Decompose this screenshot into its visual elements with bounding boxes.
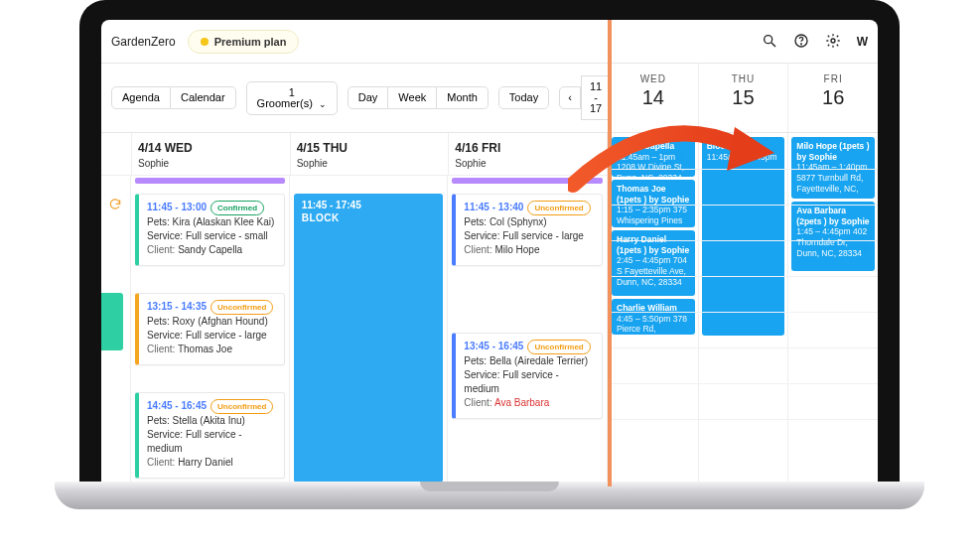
- day-col-fri: 11:45 - 13:40Unconfirmed Pets: Col (Sphy…: [448, 176, 607, 486]
- right-panel: Sandy Capella 11:45am – 1pm 1208 W Divin…: [608, 133, 878, 486]
- card-service: Service: Full service - small: [147, 229, 276, 243]
- event[interactable]: Ava Barbara (2pets ) by Sophie 1:45 – 4:…: [791, 202, 875, 271]
- card-client-lbl: Client:: [147, 244, 178, 255]
- right-grid: Sandy Capella 11:45am – 1pm 1208 W Divin…: [608, 133, 878, 486]
- right-day-headers: WED 14 THU 15 FRI 16: [608, 64, 878, 132]
- card-service: Service: Full service - medium: [464, 368, 594, 396]
- dow-label: FRI: [788, 73, 878, 84]
- groomer-select[interactable]: 1 Groomer(s)⌄: [246, 81, 338, 115]
- status-badge: Unconfirmed: [210, 300, 273, 315]
- card-pets: Pets: Stella (Akita Inu): [147, 414, 276, 428]
- range-month-button[interactable]: Month: [437, 86, 489, 109]
- status-badge: Unconfirmed: [527, 340, 590, 354]
- event-sub: 11:45am – 1pm 1208 W Divine St, Dunn, NC…: [617, 152, 690, 177]
- all-day-bar[interactable]: [452, 178, 603, 184]
- col-header: 4/16 FRI Sophie: [448, 133, 607, 175]
- card-client-lbl: Client:: [464, 397, 494, 408]
- search-icon[interactable]: [762, 33, 777, 51]
- appt-card[interactable]: 11:45 - 13:00Confirmed Pets: Kira (Alask…: [135, 194, 285, 266]
- laptop-base: [55, 482, 924, 509]
- left-panel: 4/14 WED Sophie 4/15 THU Sophie 4/16 FRI…: [101, 133, 608, 486]
- col-groomer: Sophie: [138, 158, 284, 169]
- event[interactable]: Sandy Capella 11:45am – 1pm 1208 W Divin…: [612, 137, 695, 177]
- refresh-icon[interactable]: [108, 198, 122, 213]
- card-time: 13:15 - 14:35: [147, 301, 207, 312]
- card-time: 11:45 - 13:00: [147, 202, 207, 212]
- all-day-bar[interactable]: [135, 178, 285, 184]
- app-screen: GardenZero Premium plan W Agenda Calenda…: [101, 20, 878, 486]
- card-client: Harry Daniel: [178, 457, 233, 468]
- svg-point-0: [764, 35, 771, 43]
- col-header: 4/14 WED Sophie: [131, 133, 290, 175]
- card-client: Sandy Capella: [178, 244, 242, 255]
- appt-card[interactable]: 13:15 - 14:35Unconfirmed Pets: Roxy (Afg…: [135, 293, 285, 365]
- today-button[interactable]: Today: [498, 86, 549, 109]
- event-title: Ava Barbara (2pets ) by Sophie: [796, 206, 870, 226]
- appt-card[interactable]: 14:45 - 16:45Unconfirmed Pets: Stella (A…: [135, 392, 285, 479]
- col-groomer: Sophie: [455, 158, 601, 169]
- view-calendar-button[interactable]: Calendar: [171, 86, 236, 109]
- left-body: 11:45 - 13:00Confirmed Pets: Kira (Alask…: [101, 176, 607, 486]
- event[interactable]: Thomas Joe (1pets ) by Sophie 1:15 – 2:3…: [612, 180, 695, 227]
- range-day-button[interactable]: Day: [348, 86, 389, 109]
- rcol-fri: Milo Hope (1pets ) by Sophie 11:45am – 1…: [787, 133, 878, 486]
- plan-dot-icon: [201, 38, 209, 46]
- gear-icon[interactable]: [825, 33, 841, 51]
- plan-label: Premium plan: [214, 36, 287, 48]
- card-client: Thomas Joe: [178, 344, 232, 354]
- block-event[interactable]: 11:45 - 17:45 BLOCK: [294, 194, 444, 483]
- view-agenda-button[interactable]: Agenda: [111, 86, 171, 109]
- event-sub: 1:15 – 2:35pm 375 Whispering Pines Dr, S…: [617, 205, 690, 227]
- card-pets: Pets: Roxy (Afghan Hound): [147, 315, 276, 329]
- date-range-label[interactable]: 11 - 17: [581, 75, 611, 120]
- rcol-thu: Block 11:45am – 5:45pm: [698, 133, 788, 486]
- help-icon[interactable]: [793, 33, 809, 51]
- event-title: Sandy Capella: [617, 141, 690, 152]
- card-client-lbl: Client:: [147, 457, 178, 468]
- dayhead-thu[interactable]: THU 15: [698, 64, 788, 132]
- card-pets: Pets: Kira (Alaskan Klee Kai): [147, 215, 276, 229]
- left-day-headers: 4/14 WED Sophie 4/15 THU Sophie 4/16 FRI…: [101, 133, 607, 176]
- plan-badge[interactable]: Premium plan: [188, 30, 300, 54]
- dow-label: WED: [609, 73, 698, 84]
- card-client-lbl: Client:: [464, 244, 494, 255]
- event-sub: 2:45 – 4:45pm 704 S Fayetteville Ave, Du…: [617, 255, 690, 287]
- calendar-toolbar: Agenda Calendar 1 Groomer(s)⌄ Day Week M…: [101, 64, 608, 132]
- status-badge: Unconfirmed: [527, 201, 590, 215]
- dayhead-fri[interactable]: FRI 16: [787, 64, 878, 132]
- event-block[interactable]: Block 11:45am – 5:45pm: [702, 137, 785, 336]
- chevron-down-icon: ⌄: [319, 99, 327, 109]
- status-badge: Unconfirmed: [210, 399, 273, 414]
- col-date: 4/15 THU: [297, 141, 443, 155]
- prev-button[interactable]: ‹: [559, 86, 581, 109]
- toolbar-row: Agenda Calendar 1 Groomer(s)⌄ Day Week M…: [101, 64, 878, 133]
- appt-card[interactable]: 13:45 - 16:45Unconfirmed Pets: Bella (Ai…: [452, 333, 603, 419]
- card-pets: Pets: Bella (Airedale Terrier): [464, 354, 594, 368]
- event[interactable]: Milo Hope (1pets ) by Sophie 11:45am – 1…: [791, 137, 875, 199]
- top-bar: GardenZero Premium plan W: [101, 20, 878, 64]
- block-time: 11:45 - 17:45: [302, 200, 436, 210]
- card-client: Milo Hope: [494, 244, 539, 255]
- daynum-label: 16: [788, 86, 878, 109]
- appt-card[interactable]: 11:45 - 13:40Unconfirmed Pets: Col (Sphy…: [452, 194, 603, 266]
- dayhead-wed[interactable]: WED 14: [608, 64, 698, 132]
- daynum-label: 14: [609, 86, 698, 109]
- rcol-wed: Sandy Capella 11:45am – 1pm 1208 W Divin…: [608, 133, 698, 486]
- card-client: Ava Barbara: [494, 397, 549, 408]
- col-date: 4/16 FRI: [455, 141, 601, 155]
- block-label: BLOCK: [302, 212, 436, 223]
- col-date: 4/14 WED: [138, 141, 284, 155]
- time-gutter: [101, 176, 131, 486]
- brand-name: GardenZero: [111, 35, 176, 49]
- col-groomer: Sophie: [297, 158, 443, 169]
- event-title: Milo Hope (1pets ) by Sophie: [796, 141, 870, 162]
- card-service: Service: Full service - large: [147, 329, 276, 343]
- avatar[interactable]: W: [857, 35, 868, 49]
- availability-block[interactable]: [101, 293, 123, 350]
- svg-point-3: [800, 43, 801, 44]
- main-split: 4/14 WED Sophie 4/15 THU Sophie 4/16 FRI…: [101, 133, 878, 486]
- event[interactable]: Charlie William 4:45 – 5:50pm 378 Pierce…: [612, 299, 695, 335]
- range-week-button[interactable]: Week: [388, 86, 437, 109]
- event-sub: 11:45am – 5:45pm: [707, 152, 780, 163]
- day-col-wed: 11:45 - 13:00Confirmed Pets: Kira (Alask…: [131, 176, 290, 486]
